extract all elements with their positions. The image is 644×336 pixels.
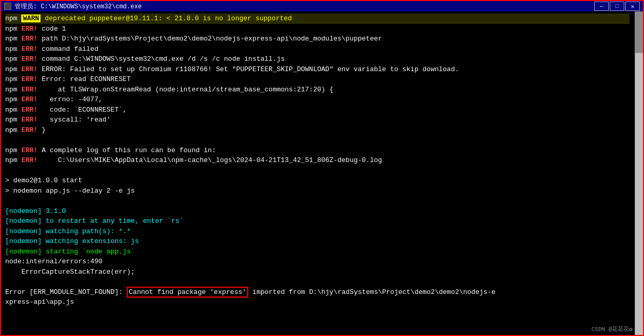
nodemon-line-5: [nodemon] starting `node app.js`: [5, 247, 629, 257]
minimize-button[interactable]: —: [594, 2, 609, 11]
err-line-5: npm ERR! ERROR: Failed to set up Chromiu…: [5, 64, 629, 75]
scrollbar[interactable]: [635, 11, 643, 335]
cmd-line-1: > demo2@1.0.0 start: [5, 176, 629, 186]
err-line-2: npm ERR! path D:\hjy\radSystems\Project\…: [5, 34, 629, 44]
terminal: npm WARN deprecated puppeteer@19.11.1: <…: [0, 11, 644, 336]
nodemon-line-3: [nodemon] watching path(s): *.*: [5, 226, 629, 237]
blank-1: [5, 135, 629, 145]
maximize-button[interactable]: □: [610, 2, 624, 11]
err-line-6: npm ERR! Error: read ECONNRESET: [5, 74, 629, 85]
close-button[interactable]: ✕: [625, 2, 640, 11]
scrollbar-thumb: [635, 11, 643, 53]
node-err-line-2: ErrorCaptureStackTrace(err);: [5, 267, 629, 277]
blank-4: [5, 277, 629, 287]
titlebar-left: ⬛ 管理员: C:\WINDOWS\system32\cmd.exe: [4, 2, 142, 11]
err-line-8: npm ERR! errno: -4077,: [5, 95, 629, 105]
err-line-13: npm ERR! C:\Users\MIKE\AppData\Local\npm…: [5, 155, 629, 166]
titlebar-title: 管理员: C:\WINDOWS\system32\cmd.exe: [15, 2, 142, 11]
err-line-10: npm ERR! syscall: 'read': [5, 115, 629, 125]
warn-badge: WARN: [21, 15, 41, 22]
err-line-4: npm ERR! command C:\WINDOWS\system32\cmd…: [5, 54, 629, 64]
warn-line: npm WARN deprecated puppeteer@19.11.1: <…: [5, 14, 629, 24]
err-line-9: npm ERR! code: `ECONNRESET`,: [5, 105, 629, 115]
cannot-find-package-highlight: Cannot find package 'express': [127, 287, 248, 298]
nodemon-line-2: [nodemon] to restart at any time, enter …: [5, 216, 629, 226]
final-error-line-2: xpress-api\app.js: [5, 297, 629, 307]
blank-2: [5, 166, 629, 176]
nodemon-line-1: [nodemon] 3.1.0: [5, 206, 629, 217]
err-line-11: npm ERR! }: [5, 125, 629, 136]
watermark: CSDN @花花花✿: [592, 325, 633, 333]
blank-3: [5, 196, 629, 206]
titlebar-controls: — □ ✕: [594, 2, 640, 11]
final-error-line: Error [ERR_MODULE_NOT_FOUND]: Cannot fin…: [5, 287, 629, 298]
err-line-1: npm ERR! code 1: [5, 24, 629, 34]
cmd-icon: ⬛: [4, 3, 11, 10]
node-err-line-1: node:internal/errors:490: [5, 257, 629, 267]
cmd-line-2: > nodemon app.js --delay 2 -e js: [5, 186, 629, 196]
nodemon-line-4: [nodemon] watching extensions: js: [5, 236, 629, 247]
titlebar: ⬛ 管理员: C:\WINDOWS\system32\cmd.exe — □ ✕: [0, 0, 644, 11]
err-line-12: npm ERR! A complete log of this run can …: [5, 145, 629, 156]
err-line-7: npm ERR! at TLSWrap.onStreamRead (node:i…: [5, 85, 629, 95]
terminal-content: npm WARN deprecated puppeteer@19.11.1: <…: [5, 14, 639, 307]
err-line-3: npm ERR! command failed: [5, 44, 629, 55]
